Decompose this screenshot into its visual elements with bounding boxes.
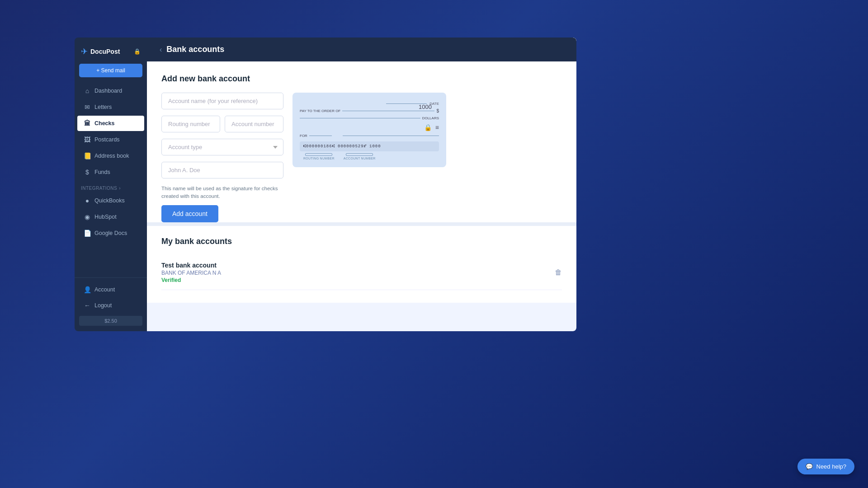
dashboard-icon: ⌂: [84, 87, 91, 94]
checks-icon: 🏛: [84, 120, 91, 127]
sidebar-item-label: Dashboard: [94, 88, 122, 94]
account-name-row: [161, 93, 283, 109]
bank-account-bank: BANK OF AMERICA N A: [161, 270, 555, 276]
sidebar-item-label: Checks: [94, 120, 114, 127]
help-label: Need help?: [816, 463, 847, 470]
page-title: Bank accounts: [166, 45, 224, 54]
bank-account-item: Test bank account BANK OF AMERICA N A Ve…: [161, 255, 562, 290]
logo-icon: ✈: [81, 47, 88, 56]
content-area: Add new bank account Account type Checki…: [147, 61, 576, 303]
postcards-icon: 🖼: [84, 136, 91, 143]
sidebar-item-label: Address book: [94, 153, 129, 159]
routing-account-row: [161, 116, 283, 132]
letters-icon: ✉: [84, 103, 91, 111]
sidebar-item-logout[interactable]: ← Logout: [77, 298, 144, 313]
dollars-label: DOLLARS: [422, 116, 439, 120]
sidebar-item-label: QuickBooks: [94, 197, 125, 204]
sidebar-item-address-book[interactable]: 📒 Address book: [77, 148, 144, 164]
micr-line: ⑆000000186⑆ 000000529⑈ 1000: [300, 141, 439, 151]
signature-input[interactable]: [161, 162, 283, 178]
page-header: ‹ Bank accounts: [147, 38, 576, 61]
add-account-button[interactable]: Add account: [161, 205, 218, 222]
memo-label: FOR: [300, 134, 307, 138]
account-label-group: ACCOUNT NUMBER: [344, 153, 376, 160]
signature-row: [161, 162, 283, 178]
helper-text: This name will be used as the signature …: [161, 185, 283, 201]
google-docs-icon: 📄: [84, 230, 91, 237]
sidebar-item-label: Account: [94, 286, 115, 293]
sidebar-item-label: Postcards: [94, 136, 120, 143]
form-layout: Account type Checking Savings This name …: [161, 93, 562, 222]
send-mail-button[interactable]: + Send mail: [79, 64, 142, 77]
logo-area: ✈ DocuPost 🔒: [75, 43, 147, 64]
help-button[interactable]: 💬 Need help?: [797, 459, 855, 474]
delete-account-button[interactable]: 🗑: [555, 268, 562, 277]
check-preview: 1000 DATE PAY TO THE ORDER OF $ DO: [292, 93, 455, 222]
sidebar-item-google-docs[interactable]: 📄 Google Docs: [77, 225, 144, 241]
routing-number-input[interactable]: [161, 116, 220, 132]
main-content: ‹ Bank accounts Add new bank account Acc…: [147, 38, 576, 331]
sidebar-item-account[interactable]: 👤 Account: [77, 282, 144, 297]
my-accounts-section: My bank accounts Test bank account BANK …: [161, 226, 562, 290]
account-type-select[interactable]: Account type Checking Savings: [161, 139, 283, 155]
account-number-input[interactable]: [225, 116, 283, 132]
sidebar-item-label: Letters: [94, 104, 112, 110]
check-image: 1000 DATE PAY TO THE ORDER OF $ DO: [292, 93, 446, 167]
dollar-sign: $: [436, 108, 439, 113]
check-number: 1000: [419, 103, 432, 110]
check-labels: ROUTING NUMBER ACCOUNT NUMBER: [300, 153, 439, 160]
sidebar-item-hubspot[interactable]: ◉ HubSpot: [77, 209, 144, 225]
sidebar-item-postcards[interactable]: 🖼 Postcards: [77, 132, 144, 147]
add-account-title: Add new bank account: [161, 74, 562, 84]
sidebar-item-dashboard[interactable]: ⌂ Dashboard: [77, 83, 144, 99]
sidebar-item-label: Logout: [94, 302, 112, 309]
help-icon: 💬: [806, 463, 813, 470]
sidebar-item-label: Google Docs: [94, 230, 127, 236]
funds-icon: $: [84, 169, 91, 176]
quickbooks-icon: ●: [84, 197, 91, 204]
bank-account-status: Verified: [161, 277, 555, 283]
account-type-row: Account type Checking Savings: [161, 139, 283, 155]
routing-label: ROUTING NUMBER: [303, 157, 335, 160]
sidebar-item-funds[interactable]: $ Funds: [77, 164, 144, 180]
section-divider: [147, 222, 576, 226]
account-label: ACCOUNT NUMBER: [344, 157, 376, 160]
sidebar-item-letters[interactable]: ✉ Letters: [77, 99, 144, 115]
sidebar-item-label: HubSpot: [94, 214, 117, 220]
bank-account-info: Test bank account BANK OF AMERICA N A Ve…: [161, 262, 555, 283]
routing-box: [305, 153, 332, 156]
sidebar: ✈ DocuPost 🔒 + Send mail ⌂ Dashboard ✉ L…: [75, 38, 147, 331]
integrations-header: INTEGRATIONS ›: [75, 180, 147, 192]
logo-text: DocuPost: [90, 48, 120, 55]
account-icon: 👤: [84, 286, 91, 293]
logout-icon: ←: [84, 302, 91, 309]
account-name-input[interactable]: [161, 93, 283, 109]
account-box: [346, 153, 373, 156]
sidebar-item-label: Funds: [94, 169, 110, 175]
sidebar-bottom: 👤 Account ← Logout $2.50: [75, 277, 147, 326]
sidebar-item-quickbooks[interactable]: ● QuickBooks: [77, 193, 144, 208]
hubspot-icon: ◉: [84, 213, 91, 221]
lines-icon: ≡: [435, 124, 439, 131]
bank-account-name: Test bank account: [161, 262, 555, 269]
back-button[interactable]: ‹: [160, 46, 162, 54]
lock-check-icon: 🔒: [424, 124, 432, 131]
form-left: Account type Checking Savings This name …: [161, 93, 283, 222]
routing-label-group: ROUTING NUMBER: [303, 153, 335, 160]
sidebar-item-checks[interactable]: 🏛 Checks: [77, 116, 144, 131]
balance-badge: $2.50: [79, 316, 142, 326]
lock-icon: 🔒: [134, 48, 141, 55]
address-book-icon: 📒: [84, 152, 91, 160]
pay-to-label: PAY TO THE ORDER OF: [300, 109, 340, 113]
my-accounts-title: My bank accounts: [161, 237, 562, 246]
